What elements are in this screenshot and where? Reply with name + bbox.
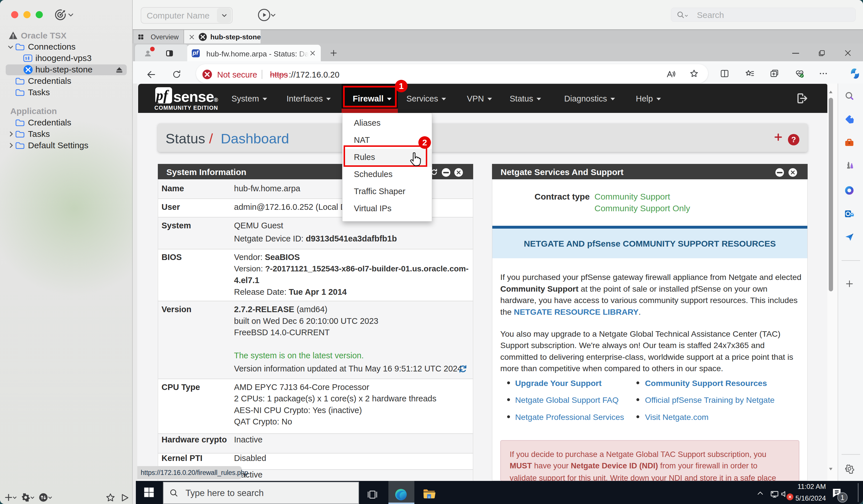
- svg-text:$: $: [25, 56, 27, 61]
